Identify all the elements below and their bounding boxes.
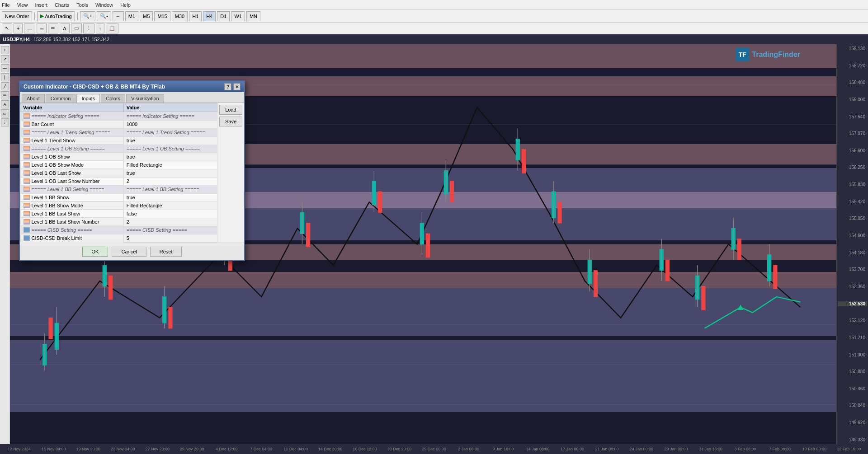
period-m30-button[interactable]: M30 — [172, 11, 188, 21]
menu-insert[interactable]: Insert — [35, 2, 47, 8]
time-3: 19 Nov 20:00 — [71, 447, 105, 451]
time-6: 29 Nov 20:00 — [175, 447, 209, 451]
svg-rect-23 — [450, 181, 454, 202]
zoom-out-button[interactable]: 🔍- — [97, 11, 111, 21]
table-row: ===== Level 1 BB Setting ========== Leve… — [20, 185, 217, 193]
chart-area[interactable]: TF TradingFinder Custom Indicator - CISD… — [10, 44, 836, 444]
price-157070: 157.070 — [838, 131, 867, 136]
parameters-table: Variable Value ===== Indicator Setting =… — [20, 103, 217, 243]
toolbar-separator-2 — [77, 12, 78, 20]
tab-inputs[interactable]: Inputs — [76, 94, 100, 103]
menu-file[interactable]: File — [2, 2, 10, 8]
new-order-button[interactable]: New Order — [2, 11, 32, 21]
time-10: 14 Dec 20:00 — [313, 447, 347, 451]
period-m15-button[interactable]: M15 — [154, 11, 170, 21]
tab-about[interactable]: About — [22, 94, 45, 103]
fib-button[interactable]: ⋮ — [83, 23, 94, 33]
tool-crosshair[interactable]: + — [1, 46, 9, 54]
time-14: 2 Jan 08:00 — [451, 447, 486, 451]
row-value[interactable]: 1000 — [123, 120, 217, 128]
time-20: 29 Jan 00:00 — [659, 447, 693, 451]
col-header-variable: Variable — [20, 103, 124, 112]
price-156250: 156.250 — [838, 165, 867, 170]
row-value[interactable]: 2 — [123, 177, 217, 185]
price-150040: 150.040 — [838, 403, 867, 408]
cursor-button[interactable]: ↖ — [2, 23, 12, 33]
tab-visualization[interactable]: Visualization — [126, 94, 164, 103]
chart-scroll-button[interactable]: ↔ — [113, 11, 124, 21]
load-button[interactable]: Load — [219, 105, 242, 115]
row-value[interactable]: true — [123, 193, 217, 201]
price-155050: 155.050 — [838, 216, 867, 221]
time-11: 16 Dec 12:00 — [348, 447, 382, 451]
table-row: ===== CISD Setting ========== CISD Setti… — [20, 226, 217, 234]
row-value[interactable]: true — [123, 153, 217, 161]
row-value[interactable]: Filled Rectangle — [123, 201, 217, 210]
period-m1-button[interactable]: M1 — [125, 11, 138, 21]
table-row: Level 1 BB Last Showfalse — [20, 210, 217, 218]
crosshair-button[interactable]: + — [14, 23, 23, 33]
cancel-button[interactable]: Cancel — [112, 247, 146, 257]
arrow-button[interactable]: ↑ — [96, 23, 105, 33]
row-variable: Level 1 OB Last Show — [32, 170, 81, 176]
table-row: Level 1 Trend Showtrue — [20, 136, 217, 145]
period-mn-button[interactable]: MN — [246, 11, 260, 21]
tool-pen[interactable]: ✏ — [1, 91, 9, 99]
tab-common[interactable]: Common — [46, 94, 76, 103]
tab-colors[interactable]: Colors — [101, 94, 125, 103]
period-d1-button[interactable]: D1 — [217, 11, 230, 21]
row-variable: Level 1 BB Last Show — [32, 211, 80, 216]
tool-fib[interactable]: ⋮ — [1, 118, 9, 126]
rect-button[interactable]: ▭ — [71, 23, 82, 33]
row-variable: ===== Level 1 BB Setting ===== — [32, 187, 104, 192]
period-m5-button[interactable]: M5 — [140, 11, 153, 21]
svg-rect-30 — [774, 265, 777, 289]
svg-rect-16 — [49, 318, 52, 339]
row-icon — [24, 195, 30, 200]
text-button[interactable]: A — [60, 23, 69, 33]
row-value[interactable]: true — [123, 136, 217, 145]
price-150880: 150.880 — [838, 369, 867, 374]
tool-hline[interactable]: — — [1, 64, 9, 72]
menu-window[interactable]: Window — [95, 2, 113, 8]
row-variable: Level 1 Trend Show — [32, 138, 75, 143]
price-155420: 155.420 — [838, 199, 867, 204]
tool-rect[interactable]: ▭ — [1, 109, 9, 117]
templates-button[interactable]: 📋 — [106, 23, 118, 33]
modal-help-button[interactable]: ? — [224, 83, 231, 90]
period-h4-button[interactable]: H4 — [203, 11, 216, 21]
row-variable: ===== Indicator Setting ===== — [32, 113, 99, 119]
toolbar-separator — [34, 12, 35, 20]
row-value[interactable]: true — [123, 169, 217, 177]
period-h1-button[interactable]: H1 — [189, 11, 202, 21]
row-value[interactable]: 5 — [123, 234, 217, 242]
line-button[interactable]: — — [24, 23, 35, 33]
menu-tools[interactable]: Tools — [76, 2, 88, 8]
ok-button[interactable]: OK — [82, 247, 108, 257]
row-value[interactable]: false — [123, 210, 217, 218]
row-value[interactable]: Filled Rectangle — [123, 161, 217, 169]
menu-charts[interactable]: Charts — [55, 2, 69, 8]
auto-trading-label: AutoTrading — [45, 14, 72, 19]
save-button[interactable]: Save — [219, 117, 242, 126]
hline-button[interactable]: ═ — [37, 23, 47, 33]
menu-bar: File View Insert Charts Tools Window Hel… — [0, 0, 868, 10]
tool-trendline[interactable]: ╱ — [1, 82, 9, 90]
menu-view[interactable]: View — [17, 2, 28, 8]
svg-rect-29 — [737, 239, 741, 260]
tool-vline[interactable]: | — [1, 73, 9, 81]
tool-text[interactable]: A — [1, 100, 9, 108]
tool-arrow[interactable]: ↗ — [1, 55, 9, 63]
modal-close-button[interactable]: ✕ — [233, 83, 241, 90]
time-16: 14 Jan 08:00 — [520, 447, 555, 451]
modal-titlebar[interactable]: Custom Indicator - CISD-CSD + OB & BB MT… — [20, 81, 244, 92]
draw-button[interactable]: ✏ — [48, 23, 58, 33]
indicator-settings-dialog[interactable]: Custom Indicator - CISD-CSD + OB & BB MT… — [19, 80, 245, 261]
zoom-in-button[interactable]: 🔍+ — [80, 11, 95, 21]
row-icon — [24, 113, 30, 119]
menu-help[interactable]: Help — [120, 2, 131, 8]
auto-trading-button[interactable]: ▶ AutoTrading — [37, 11, 75, 21]
period-w1-button[interactable]: W1 — [231, 11, 245, 21]
row-value[interactable]: 2 — [123, 218, 217, 226]
reset-button[interactable]: Reset — [150, 247, 182, 257]
